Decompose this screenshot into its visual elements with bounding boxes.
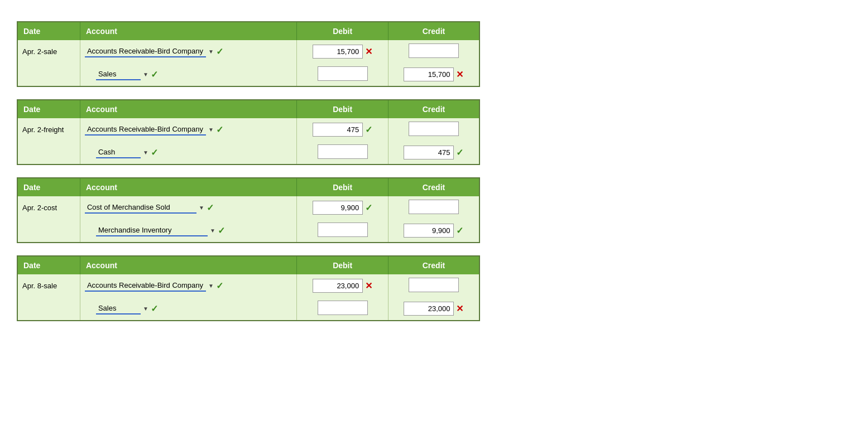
- account-cell[interactable]: Accounts Receivable-Bird Company▼✓: [80, 274, 296, 297]
- table-row: Apr. 2-freightAccounts Receivable-Bird C…: [17, 118, 479, 141]
- credit-empty-input[interactable]: [409, 122, 459, 136]
- account-cell[interactable]: Sales▼✓: [80, 63, 296, 86]
- debit-x-icon[interactable]: ✕: [365, 280, 372, 291]
- credit-cell[interactable]: ✕: [388, 63, 479, 86]
- chevron-down-icon[interactable]: ▼: [199, 205, 204, 211]
- debit-empty-input[interactable]: [318, 222, 368, 237]
- table-row: Cash▼✓✓: [17, 141, 479, 164]
- account-select[interactable]: Accounts Receivable-Bird Company: [85, 124, 206, 136]
- debit-cell[interactable]: [297, 297, 389, 321]
- col-header-credit: Credit: [388, 100, 479, 118]
- account-cell[interactable]: Cost of Merchandise Sold▼✓: [80, 196, 296, 219]
- date-cell: Apr. 2-sale: [17, 40, 80, 63]
- debit-amount-display: ✓: [313, 123, 372, 137]
- chevron-down-icon[interactable]: ▼: [208, 127, 214, 133]
- table-row: Apr. 8-saleAccounts Receivable-Bird Comp…: [17, 274, 479, 297]
- credit-input[interactable]: [404, 146, 454, 159]
- debit-empty-input[interactable]: [318, 301, 368, 315]
- account-cell[interactable]: Accounts Receivable-Bird Company▼✓: [80, 40, 296, 63]
- credit-cell[interactable]: [388, 196, 479, 219]
- debit-input[interactable]: [313, 201, 363, 215]
- account-select[interactable]: Sales: [96, 303, 141, 314]
- debit-check-icon[interactable]: ✓: [365, 124, 372, 135]
- date-cell: Apr. 2-cost: [17, 196, 80, 219]
- chevron-down-icon[interactable]: ▼: [210, 228, 215, 234]
- credit-check-icon[interactable]: ✓: [456, 225, 463, 236]
- credit-cell[interactable]: ✓: [388, 219, 479, 243]
- journal-table-table3: DateAccountDebitCreditApr. 2-costCost of…: [17, 177, 480, 243]
- debit-amount-display: ✕: [313, 279, 372, 293]
- debit-check-icon[interactable]: ✓: [365, 202, 372, 213]
- chevron-down-icon[interactable]: ▼: [208, 283, 214, 289]
- credit-input[interactable]: [404, 224, 454, 238]
- credit-input[interactable]: [404, 67, 454, 81]
- col-header-date: Date: [17, 100, 80, 118]
- credit-empty-input[interactable]: [409, 200, 459, 214]
- credit-amount-display: ✕: [404, 67, 463, 81]
- credit-check-icon[interactable]: ✓: [456, 147, 463, 158]
- debit-cell[interactable]: [297, 141, 389, 164]
- account-check-icon[interactable]: ✓: [151, 303, 158, 314]
- col-header-credit: Credit: [388, 256, 479, 274]
- table-row: Apr. 2-saleAccounts Receivable-Bird Comp…: [17, 40, 479, 63]
- chevron-down-icon[interactable]: ▼: [208, 49, 214, 55]
- col-header-account: Account: [80, 256, 296, 274]
- table-row: Merchandise Inventory▼✓✓: [17, 219, 479, 243]
- debit-cell[interactable]: [297, 219, 389, 243]
- table-row: Apr. 2-costCost of Merchandise Sold▼✓✓: [17, 196, 479, 219]
- credit-cell[interactable]: [388, 40, 479, 63]
- debit-cell[interactable]: [297, 63, 389, 86]
- account-check-icon[interactable]: ✓: [216, 280, 223, 291]
- journal-table-table1: DateAccountDebitCreditApr. 2-saleAccount…: [17, 21, 480, 87]
- table-row: Sales▼✓✕: [17, 297, 479, 321]
- account-select[interactable]: Accounts Receivable-Bird Company: [85, 46, 206, 57]
- col-header-account: Account: [80, 178, 296, 196]
- debit-cell[interactable]: ✕: [297, 40, 389, 63]
- account-cell[interactable]: Cash▼✓: [80, 141, 296, 164]
- credit-empty-input[interactable]: [409, 43, 459, 58]
- account-check-icon[interactable]: ✓: [207, 202, 214, 213]
- chevron-down-icon[interactable]: ▼: [143, 306, 148, 312]
- debit-x-icon[interactable]: ✕: [365, 46, 372, 57]
- tables-container: DateAccountDebitCreditApr. 2-saleAccount…: [17, 21, 851, 321]
- account-check-icon[interactable]: ✓: [218, 225, 225, 236]
- debit-cell[interactable]: ✓: [297, 196, 389, 219]
- credit-x-icon[interactable]: ✕: [456, 303, 463, 314]
- account-cell[interactable]: Merchandise Inventory▼✓: [80, 219, 296, 243]
- debit-cell[interactable]: ✕: [297, 274, 389, 297]
- debit-empty-input[interactable]: [318, 66, 368, 81]
- credit-x-icon[interactable]: ✕: [456, 69, 463, 80]
- account-select[interactable]: Sales: [96, 69, 141, 80]
- account-cell[interactable]: Accounts Receivable-Bird Company▼✓: [80, 118, 296, 141]
- credit-cell[interactable]: ✓: [388, 141, 479, 164]
- credit-input[interactable]: [404, 302, 454, 316]
- table-row: Sales▼✓✕: [17, 63, 479, 86]
- debit-empty-input[interactable]: [318, 144, 368, 159]
- debit-amount-display: ✕: [313, 45, 372, 59]
- credit-empty-input[interactable]: [409, 278, 459, 292]
- chevron-down-icon[interactable]: ▼: [143, 71, 148, 78]
- account-select[interactable]: Cost of Merchandise Sold: [85, 202, 196, 214]
- account-cell[interactable]: Sales▼✓: [80, 297, 296, 321]
- col-header-date: Date: [17, 178, 80, 196]
- credit-cell[interactable]: ✕: [388, 297, 479, 321]
- date-cell: [17, 219, 80, 243]
- debit-input[interactable]: [313, 45, 363, 59]
- account-check-icon[interactable]: ✓: [216, 124, 223, 135]
- credit-cell[interactable]: [388, 274, 479, 297]
- journal-table-table4: DateAccountDebitCreditApr. 8-saleAccount…: [17, 255, 480, 321]
- date-cell: [17, 63, 80, 86]
- credit-cell[interactable]: [388, 118, 479, 141]
- chevron-down-icon[interactable]: ▼: [143, 149, 148, 156]
- debit-input[interactable]: [313, 123, 363, 137]
- account-check-icon[interactable]: ✓: [216, 46, 223, 57]
- journal-table-table2: DateAccountDebitCreditApr. 2-freightAcco…: [17, 99, 480, 165]
- debit-cell[interactable]: ✓: [297, 118, 389, 141]
- col-header-account: Account: [80, 100, 296, 118]
- account-select[interactable]: Accounts Receivable-Bird Company: [85, 280, 206, 292]
- account-select[interactable]: Cash: [96, 147, 141, 158]
- account-check-icon[interactable]: ✓: [151, 147, 158, 158]
- debit-input[interactable]: [313, 279, 363, 293]
- account-check-icon[interactable]: ✓: [151, 69, 158, 80]
- account-select[interactable]: Merchandise Inventory: [96, 225, 208, 236]
